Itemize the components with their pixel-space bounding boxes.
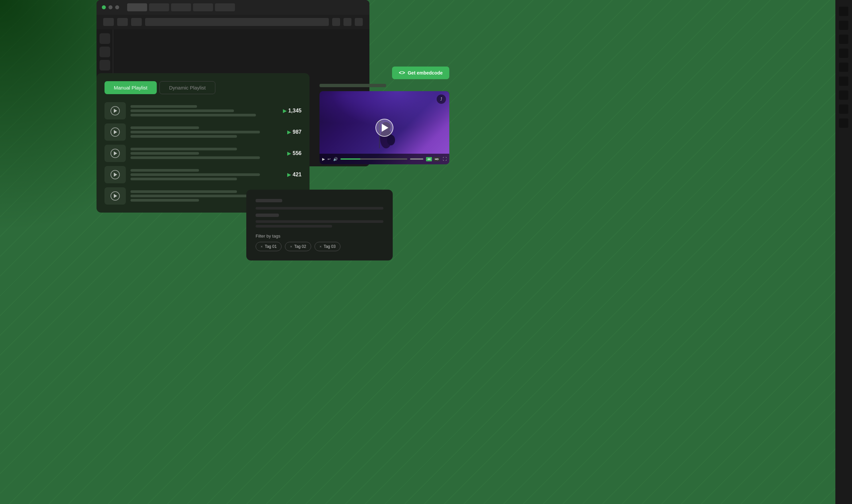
browser-refresh-btn[interactable] [131, 18, 142, 26]
playlist-thumbnail [105, 102, 126, 120]
playlist-tabs: Manual Playlist Dynamic Playlist [105, 81, 302, 94]
tag-label-1: Tag 01 [265, 244, 277, 249]
sidebar-icon-2[interactable] [100, 47, 110, 57]
tag-label-3: Tag 03 [323, 244, 336, 249]
back-control-button[interactable]: ↩ [327, 157, 331, 161]
sidebar-icon-1[interactable] [100, 33, 110, 44]
film-hole [839, 62, 848, 72]
card-desc-line-3 [255, 225, 332, 228]
info-line-meta [130, 156, 260, 159]
video-player[interactable]: ⤴ ▶ ↩ 🔊 4K HD ⛶ [319, 91, 449, 164]
dot-yellow [108, 5, 112, 9]
embed-button[interactable]: <> Get embedcode [392, 67, 449, 79]
playlist-item[interactable]: ▶ 1,345 [105, 102, 302, 120]
info-line-desc [130, 173, 260, 176]
film-hole [839, 7, 848, 16]
film-hole [839, 21, 848, 30]
play-control-button[interactable]: ▶ [322, 157, 325, 161]
browser-tab-3[interactable] [171, 3, 191, 11]
browser-tabs [127, 3, 235, 11]
play-triangle-icon [114, 194, 117, 198]
embed-button-label: Get embedcode [408, 70, 443, 75]
svg-point-4 [387, 135, 395, 145]
film-hole [839, 76, 848, 86]
info-line-title [130, 190, 237, 193]
playlist-thumbnail [105, 166, 126, 183]
quality-badges: 4K HD [426, 157, 440, 161]
video-controls: ▶ ↩ 🔊 4K HD ⛶ [319, 154, 449, 164]
play-triangle-icon [114, 109, 117, 113]
tag-row: × Tag 01 × Tag 02 × Tag 03 [255, 242, 384, 251]
share-button[interactable]: ⤴ [437, 94, 446, 104]
film-hole [839, 105, 848, 114]
embed-icon: <> [399, 70, 405, 76]
playlist-item[interactable]: ▶ 421 [105, 166, 302, 183]
progress-bar[interactable] [340, 158, 407, 160]
browser-back-btn[interactable] [103, 18, 114, 26]
video-section: <> Get embedcode ⤴ [319, 67, 449, 164]
tag-remove-icon: × [290, 245, 292, 249]
playlist-info [130, 105, 278, 116]
play-circle-icon [110, 106, 120, 115]
play-circle-icon [110, 149, 120, 158]
tag-remove-icon: × [261, 245, 263, 249]
playlist-thumbnail [105, 187, 126, 204]
playlist-info [130, 126, 283, 138]
play-circle-icon [110, 191, 120, 201]
info-line-title [130, 105, 197, 108]
browser-action-3[interactable] [355, 18, 363, 26]
browser-tab-5[interactable] [215, 3, 235, 11]
film-hole [839, 90, 848, 100]
info-line-meta [130, 178, 237, 180]
playlist-info [130, 169, 283, 180]
sidebar-icon-3[interactable] [100, 60, 110, 71]
tag-chip-2[interactable]: × Tag 02 [285, 242, 311, 251]
tag-filter-card: Filter by tags × Tag 01 × Tag 02 × Tag 0… [246, 190, 393, 260]
info-line-title [130, 169, 199, 172]
volume-bar[interactable] [410, 158, 423, 160]
info-line-desc [130, 109, 234, 112]
browser-titlebar [96, 0, 369, 15]
card-desc-line-2 [255, 220, 384, 223]
fullscreen-button[interactable]: ⛶ [443, 157, 447, 161]
count-arrow-icon: ▶ [287, 151, 291, 156]
card-title-placeholder [255, 199, 282, 202]
info-line-desc [130, 195, 260, 197]
browser-tab-1[interactable] [127, 3, 147, 11]
browser-tab-4[interactable] [193, 3, 213, 11]
tag-chip-3[interactable]: × Tag 03 [315, 242, 340, 251]
browser-forward-btn[interactable] [117, 18, 128, 26]
browser-action-2[interactable] [343, 18, 352, 26]
playlist-item[interactable]: ▶ 987 [105, 123, 302, 141]
play-triangle-icon [114, 130, 117, 134]
playlist-count: ▶ 1,345 [283, 108, 302, 114]
tag-label-2: Tag 02 [294, 244, 306, 249]
play-circle-icon [110, 170, 120, 179]
info-line-title [130, 126, 199, 129]
play-icon [382, 124, 388, 132]
browser-action-1[interactable] [332, 18, 340, 26]
info-line-desc [130, 152, 199, 155]
browser-addressbar[interactable] [145, 18, 329, 26]
progress-fill [340, 158, 360, 160]
count-arrow-icon: ▶ [287, 172, 291, 177]
volume-control-button[interactable]: 🔊 [333, 157, 338, 161]
tab-manual-playlist[interactable]: Manual Playlist [105, 81, 157, 94]
playlist-count: ▶ 987 [287, 129, 302, 135]
browser-tab-2[interactable] [149, 3, 169, 11]
video-play-button[interactable] [375, 119, 393, 137]
dot-red [115, 5, 119, 9]
tag-chip-1[interactable]: × Tag 01 [255, 242, 282, 251]
playlist-count: ▶ 556 [287, 150, 302, 156]
play-triangle-icon [114, 173, 117, 177]
playlist-thumbnail [105, 145, 126, 162]
info-line-meta [130, 135, 237, 138]
playlist-item[interactable]: ▶ 556 [105, 145, 302, 162]
tab-dynamic-playlist[interactable]: Dynamic Playlist [159, 81, 215, 94]
playlist-info [130, 148, 283, 159]
tag-remove-icon: × [319, 245, 321, 249]
video-title-placeholder [319, 84, 386, 87]
playlist-items: ▶ 1,345 ▶ 987 [105, 102, 302, 204]
playlist-thumbnail [105, 123, 126, 141]
quality-badge-4k: 4K [426, 157, 432, 161]
